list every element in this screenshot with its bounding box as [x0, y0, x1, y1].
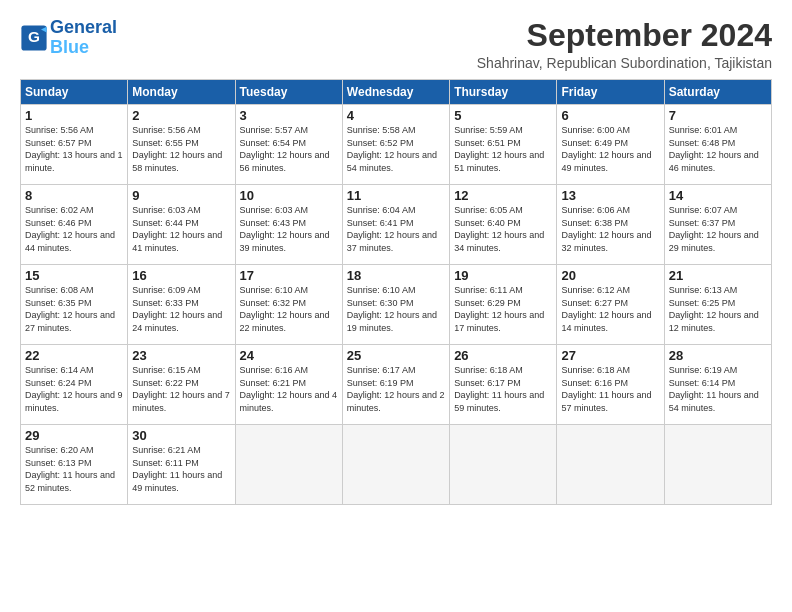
col-monday: Monday	[128, 80, 235, 105]
day-content: Sunrise: 6:09 AMSunset: 6:33 PMDaylight:…	[132, 284, 230, 334]
day-content: Sunrise: 6:17 AMSunset: 6:19 PMDaylight:…	[347, 364, 445, 414]
title-block: September 2024 Shahrinav, Republican Sub…	[477, 18, 772, 71]
table-row	[342, 425, 449, 505]
day-content: Sunrise: 6:08 AMSunset: 6:35 PMDaylight:…	[25, 284, 123, 334]
table-row: 12Sunrise: 6:05 AMSunset: 6:40 PMDayligh…	[450, 185, 557, 265]
day-content: Sunrise: 6:15 AMSunset: 6:22 PMDaylight:…	[132, 364, 230, 414]
logo-line2: Blue	[50, 37, 89, 57]
day-content: Sunrise: 6:16 AMSunset: 6:21 PMDaylight:…	[240, 364, 338, 414]
calendar-page: G General Blue September 2024 Shahrinav,…	[0, 0, 792, 515]
day-content: Sunrise: 5:56 AMSunset: 6:57 PMDaylight:…	[25, 124, 123, 174]
day-number: 21	[669, 268, 767, 283]
table-row	[450, 425, 557, 505]
day-number: 14	[669, 188, 767, 203]
table-row: 5Sunrise: 5:59 AMSunset: 6:51 PMDaylight…	[450, 105, 557, 185]
day-number: 28	[669, 348, 767, 363]
day-content: Sunrise: 6:05 AMSunset: 6:40 PMDaylight:…	[454, 204, 552, 254]
day-content: Sunrise: 6:13 AMSunset: 6:25 PMDaylight:…	[669, 284, 767, 334]
calendar-title: September 2024	[477, 18, 772, 53]
logo-line1: General	[50, 17, 117, 37]
day-number: 6	[561, 108, 659, 123]
table-row: 9Sunrise: 6:03 AMSunset: 6:44 PMDaylight…	[128, 185, 235, 265]
logo-name: General Blue	[50, 18, 117, 58]
calendar-week-row: 8Sunrise: 6:02 AMSunset: 6:46 PMDaylight…	[21, 185, 772, 265]
calendar-subtitle: Shahrinav, Republican Subordination, Taj…	[477, 55, 772, 71]
day-number: 3	[240, 108, 338, 123]
day-number: 13	[561, 188, 659, 203]
day-content: Sunrise: 6:20 AMSunset: 6:13 PMDaylight:…	[25, 444, 123, 494]
table-row	[664, 425, 771, 505]
calendar-week-row: 15Sunrise: 6:08 AMSunset: 6:35 PMDayligh…	[21, 265, 772, 345]
logo-area: G General Blue	[20, 18, 117, 58]
table-row: 22Sunrise: 6:14 AMSunset: 6:24 PMDayligh…	[21, 345, 128, 425]
table-row: 8Sunrise: 6:02 AMSunset: 6:46 PMDaylight…	[21, 185, 128, 265]
day-content: Sunrise: 6:10 AMSunset: 6:30 PMDaylight:…	[347, 284, 445, 334]
calendar-week-row: 29Sunrise: 6:20 AMSunset: 6:13 PMDayligh…	[21, 425, 772, 505]
day-content: Sunrise: 5:59 AMSunset: 6:51 PMDaylight:…	[454, 124, 552, 174]
day-content: Sunrise: 6:04 AMSunset: 6:41 PMDaylight:…	[347, 204, 445, 254]
day-content: Sunrise: 5:58 AMSunset: 6:52 PMDaylight:…	[347, 124, 445, 174]
day-content: Sunrise: 6:03 AMSunset: 6:43 PMDaylight:…	[240, 204, 338, 254]
day-content: Sunrise: 6:12 AMSunset: 6:27 PMDaylight:…	[561, 284, 659, 334]
table-row: 26Sunrise: 6:18 AMSunset: 6:17 PMDayligh…	[450, 345, 557, 425]
svg-text:G: G	[28, 28, 40, 45]
day-content: Sunrise: 5:57 AMSunset: 6:54 PMDaylight:…	[240, 124, 338, 174]
table-row: 16Sunrise: 6:09 AMSunset: 6:33 PMDayligh…	[128, 265, 235, 345]
day-number: 30	[132, 428, 230, 443]
col-friday: Friday	[557, 80, 664, 105]
day-number: 27	[561, 348, 659, 363]
day-content: Sunrise: 6:18 AMSunset: 6:16 PMDaylight:…	[561, 364, 659, 414]
table-row: 7Sunrise: 6:01 AMSunset: 6:48 PMDaylight…	[664, 105, 771, 185]
day-number: 4	[347, 108, 445, 123]
day-number: 23	[132, 348, 230, 363]
col-wednesday: Wednesday	[342, 80, 449, 105]
day-number: 19	[454, 268, 552, 283]
day-content: Sunrise: 6:06 AMSunset: 6:38 PMDaylight:…	[561, 204, 659, 254]
day-content: Sunrise: 6:01 AMSunset: 6:48 PMDaylight:…	[669, 124, 767, 174]
day-content: Sunrise: 6:07 AMSunset: 6:37 PMDaylight:…	[669, 204, 767, 254]
day-number: 10	[240, 188, 338, 203]
table-row: 30Sunrise: 6:21 AMSunset: 6:11 PMDayligh…	[128, 425, 235, 505]
day-content: Sunrise: 6:19 AMSunset: 6:14 PMDaylight:…	[669, 364, 767, 414]
day-number: 16	[132, 268, 230, 283]
table-row	[235, 425, 342, 505]
table-row: 24Sunrise: 6:16 AMSunset: 6:21 PMDayligh…	[235, 345, 342, 425]
table-row: 2Sunrise: 5:56 AMSunset: 6:55 PMDaylight…	[128, 105, 235, 185]
day-content: Sunrise: 5:56 AMSunset: 6:55 PMDaylight:…	[132, 124, 230, 174]
day-content: Sunrise: 6:10 AMSunset: 6:32 PMDaylight:…	[240, 284, 338, 334]
day-number: 5	[454, 108, 552, 123]
table-row: 15Sunrise: 6:08 AMSunset: 6:35 PMDayligh…	[21, 265, 128, 345]
day-number: 9	[132, 188, 230, 203]
day-content: Sunrise: 6:18 AMSunset: 6:17 PMDaylight:…	[454, 364, 552, 414]
col-sunday: Sunday	[21, 80, 128, 105]
day-content: Sunrise: 6:00 AMSunset: 6:49 PMDaylight:…	[561, 124, 659, 174]
table-row: 14Sunrise: 6:07 AMSunset: 6:37 PMDayligh…	[664, 185, 771, 265]
day-content: Sunrise: 6:11 AMSunset: 6:29 PMDaylight:…	[454, 284, 552, 334]
header: G General Blue September 2024 Shahrinav,…	[20, 18, 772, 71]
day-number: 2	[132, 108, 230, 123]
day-number: 17	[240, 268, 338, 283]
table-row: 10Sunrise: 6:03 AMSunset: 6:43 PMDayligh…	[235, 185, 342, 265]
col-tuesday: Tuesday	[235, 80, 342, 105]
table-row: 29Sunrise: 6:20 AMSunset: 6:13 PMDayligh…	[21, 425, 128, 505]
table-row: 28Sunrise: 6:19 AMSunset: 6:14 PMDayligh…	[664, 345, 771, 425]
day-number: 24	[240, 348, 338, 363]
table-row: 1Sunrise: 5:56 AMSunset: 6:57 PMDaylight…	[21, 105, 128, 185]
table-row: 18Sunrise: 6:10 AMSunset: 6:30 PMDayligh…	[342, 265, 449, 345]
day-content: Sunrise: 6:21 AMSunset: 6:11 PMDaylight:…	[132, 444, 230, 494]
day-number: 7	[669, 108, 767, 123]
day-content: Sunrise: 6:03 AMSunset: 6:44 PMDaylight:…	[132, 204, 230, 254]
calendar-week-row: 1Sunrise: 5:56 AMSunset: 6:57 PMDaylight…	[21, 105, 772, 185]
calendar-table: Sunday Monday Tuesday Wednesday Thursday…	[20, 79, 772, 505]
table-row: 17Sunrise: 6:10 AMSunset: 6:32 PMDayligh…	[235, 265, 342, 345]
day-number: 11	[347, 188, 445, 203]
table-row: 13Sunrise: 6:06 AMSunset: 6:38 PMDayligh…	[557, 185, 664, 265]
day-number: 20	[561, 268, 659, 283]
day-number: 12	[454, 188, 552, 203]
table-row: 23Sunrise: 6:15 AMSunset: 6:22 PMDayligh…	[128, 345, 235, 425]
day-content: Sunrise: 6:14 AMSunset: 6:24 PMDaylight:…	[25, 364, 123, 414]
day-content: Sunrise: 6:02 AMSunset: 6:46 PMDaylight:…	[25, 204, 123, 254]
day-number: 25	[347, 348, 445, 363]
day-number: 26	[454, 348, 552, 363]
table-row: 27Sunrise: 6:18 AMSunset: 6:16 PMDayligh…	[557, 345, 664, 425]
